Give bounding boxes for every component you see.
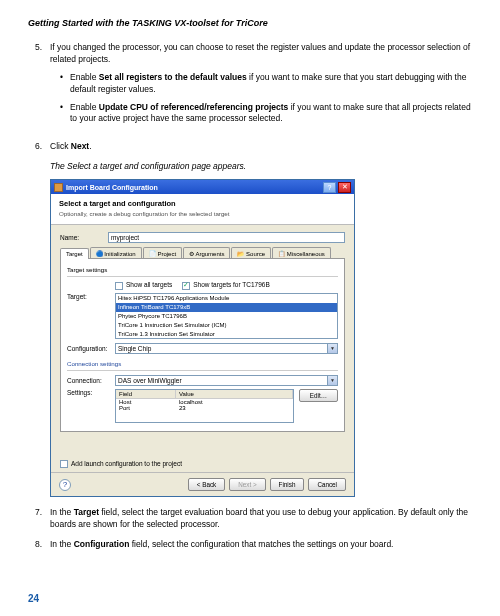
titlebar: Import Board Configuration ? ✕ xyxy=(51,180,354,194)
close-button[interactable]: ✕ xyxy=(338,182,351,193)
tab-initialization[interactable]: 🔵 Initialization xyxy=(90,247,142,258)
step-6-note: The Select a target and configuration pa… xyxy=(50,161,472,171)
back-button[interactable]: < Back xyxy=(188,478,225,491)
banner-subtitle: Optionally, create a debug configuration… xyxy=(59,210,346,217)
show-tc-checkbox[interactable]: Show targets for TC1796B xyxy=(182,281,269,289)
name-label: Name: xyxy=(60,234,108,241)
sub-bullet: • Enable Update CPU of referenced/refere… xyxy=(60,102,472,126)
list-item[interactable]: Hitex HiPSD TC1796 Applications Module xyxy=(116,294,337,303)
step-text: If you changed the processor, you can ch… xyxy=(50,42,472,66)
step-text: In the Configuration field, select the c… xyxy=(50,539,472,551)
settings-label: Settings: xyxy=(67,389,115,396)
tab-target[interactable]: Target xyxy=(60,248,89,259)
next-button: Next > xyxy=(229,478,265,491)
chevron-down-icon: ▼ xyxy=(327,376,337,385)
step-number: 8. xyxy=(28,539,50,551)
connection-group-label: Connection settings xyxy=(67,360,338,367)
dialog-screenshot: Import Board Configuration ? ✕ Select a … xyxy=(50,179,472,497)
step-8: 8. In the Configuration field, select th… xyxy=(28,539,472,551)
show-all-checkbox[interactable]: Show all targets xyxy=(115,281,172,289)
list-item[interactable]: TriCore 1.3 Instruction Set Simulator xyxy=(116,330,337,339)
page-number: 24 xyxy=(28,593,39,604)
target-group-label: Target settings xyxy=(67,266,338,273)
tab-project[interactable]: 📄 Project xyxy=(143,247,182,258)
bullet-bold: Update CPU of referenced/referencing pro… xyxy=(99,102,288,112)
wizard-footer: ? < Back Next > Finish Cancel xyxy=(51,472,354,496)
finish-button[interactable]: Finish xyxy=(270,478,305,491)
step-7: 7. In the Target field, select the targe… xyxy=(28,507,472,531)
tab-misc[interactable]: 📋 Miscellaneous xyxy=(272,247,331,258)
sub-bullet: • Enable Set all registers to the defaul… xyxy=(60,72,472,96)
app-icon xyxy=(54,183,63,192)
step-number: 7. xyxy=(28,507,50,531)
step-5: 5. If you changed the processor, you can… xyxy=(28,42,472,133)
chevron-down-icon: ▼ xyxy=(327,344,337,353)
bullet-bold: Set all registers to the default values xyxy=(99,72,247,82)
tab-arguments[interactable]: ⚙ Arguments xyxy=(183,247,230,258)
step-6: 6. Click Next. xyxy=(28,141,472,153)
help-button[interactable]: ? xyxy=(323,182,336,193)
step-number: 5. xyxy=(28,42,50,133)
step-text: In the Target field, select the target e… xyxy=(50,507,472,531)
target-label: Target: xyxy=(67,293,115,300)
target-listbox[interactable]: Hitex HiPSD TC1796 Applications Module I… xyxy=(115,293,338,339)
step-text: Click Next. xyxy=(50,141,472,153)
table-row[interactable]: Port23 xyxy=(116,405,293,411)
col-header: Value xyxy=(176,390,293,398)
step-number: 6. xyxy=(28,141,50,153)
col-header: Field xyxy=(116,390,176,398)
banner-title: Select a target and configuration xyxy=(59,199,346,208)
wizard-banner: Select a target and configuration Option… xyxy=(51,194,354,225)
bullet-prefix: Enable xyxy=(70,102,99,112)
list-item[interactable]: Infineon TriBoard TC179xB xyxy=(116,303,337,312)
window-title: Import Board Configuration xyxy=(66,184,321,191)
doc-title: Getting Started with the TASKING VX-tool… xyxy=(28,18,472,28)
settings-table: FieldValue Hostlocalhost Port23 xyxy=(115,389,294,423)
connection-combo[interactable]: DAS over MiniWiggler▼ xyxy=(115,375,338,386)
connection-label: Connection: xyxy=(67,377,115,384)
tab-source[interactable]: 📂 Source xyxy=(231,247,271,258)
config-label: Configuration: xyxy=(67,345,115,352)
config-combo[interactable]: Single Chip▼ xyxy=(115,343,338,354)
name-input[interactable]: myproject xyxy=(108,232,345,243)
cancel-button[interactable]: Cancel xyxy=(308,478,346,491)
help-icon[interactable]: ? xyxy=(59,479,71,491)
tab-strip: Target 🔵 Initialization 📄 Project ⚙ Argu… xyxy=(60,247,345,259)
add-launch-checkbox[interactable]: Add launch configuration to the project xyxy=(60,460,182,467)
edit-button[interactable]: Edit… xyxy=(299,389,338,402)
list-item[interactable]: Phytec Phycore TC1796B xyxy=(116,312,337,321)
bullet-prefix: Enable xyxy=(70,72,99,82)
list-item[interactable]: TriCore 1 Instruction Set Simulator (ICM… xyxy=(116,321,337,330)
